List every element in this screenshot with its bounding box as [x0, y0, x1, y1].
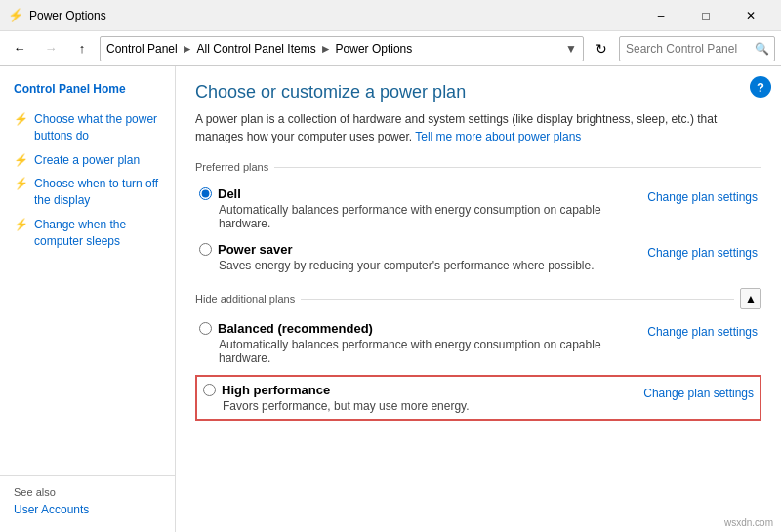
breadcrumb-sep-1: ►	[182, 42, 193, 56]
address-bar: ← → ↑ Control Panel ► All Control Panel …	[0, 31, 781, 66]
plan-label-high-performance[interactable]: High performance	[203, 383, 470, 397]
back-button[interactable]: ←	[6, 35, 33, 62]
radio-high-performance[interactable]	[203, 384, 216, 396]
refresh-button[interactable]: ↻	[588, 35, 615, 62]
search-icon: 🔍	[755, 42, 769, 56]
hide-plans-header: Hide additional plans ▲	[195, 288, 761, 309]
radio-dell[interactable]	[199, 187, 212, 200]
forward-button[interactable]: →	[37, 35, 64, 62]
plan-label-power-saver[interactable]: Power saver	[199, 242, 595, 257]
content-title: Choose or customize a power plan	[195, 82, 761, 102]
change-plan-power-saver[interactable]: Change plan settings	[647, 242, 758, 260]
maximize-button[interactable]: □	[683, 0, 728, 31]
change-plan-high-performance[interactable]: Change plan settings	[643, 383, 754, 400]
title-bar: ⚡ Power Options – □ ✕	[0, 0, 781, 31]
change-plan-balanced[interactable]: Change plan settings	[647, 321, 758, 339]
plan-label-dell[interactable]: Dell	[199, 186, 647, 201]
plan-desc-balanced: Automatically balances performance with …	[199, 338, 647, 365]
close-button[interactable]: ✕	[728, 0, 773, 31]
hide-divider	[301, 299, 734, 300]
power-icon-4: ⚡	[14, 217, 28, 233]
plan-left-power-saver: Power saver Saves energy by reducing you…	[199, 242, 595, 272]
sidebar-item-computer-sleeps[interactable]: ⚡ Change when the computer sleeps	[0, 213, 175, 254]
plan-left-dell: Dell Automatically balances performance …	[199, 186, 647, 230]
search-input[interactable]	[619, 36, 775, 61]
power-icon-2: ⚡	[14, 152, 28, 169]
window-controls: – □ ✕	[638, 0, 773, 31]
search-wrap: 🔍	[619, 36, 775, 61]
minimize-button[interactable]: –	[638, 0, 683, 31]
content-description: A power plan is a collection of hardware…	[195, 110, 761, 145]
breadcrumb-sep-2: ►	[320, 42, 332, 56]
power-icon-3: ⚡	[14, 176, 28, 192]
plan-left-balanced: Balanced (recommended) Automatically bal…	[199, 321, 647, 365]
sidebar-item-create-plan[interactable]: ⚡ Create a power plan	[0, 148, 175, 173]
main-layout: Control Panel Home ⚡ Choose what the pow…	[0, 66, 781, 532]
hide-plans-label: Hide additional plans	[195, 293, 295, 305]
plan-desc-dell: Automatically balances performance with …	[199, 203, 647, 230]
breadcrumb-power-options[interactable]: Power Options	[336, 42, 413, 56]
collapse-plans-button[interactable]: ▲	[740, 288, 761, 309]
plan-row-balanced: Balanced (recommended) Automatically bal…	[195, 315, 761, 371]
radio-balanced[interactable]	[199, 322, 212, 335]
power-icon-1: ⚡	[14, 111, 28, 128]
breadcrumb-control-panel[interactable]: Control Panel	[106, 42, 178, 56]
sidebar-home-link[interactable]: Control Panel Home	[0, 78, 175, 100]
breadcrumb-dropdown-icon[interactable]: ▼	[565, 42, 577, 56]
window-title: Power Options	[29, 9, 638, 22]
plan-left-high-performance: High performance Favors performance, but…	[203, 383, 470, 413]
content-area: ? Choose or customize a power plan A pow…	[176, 66, 781, 532]
plan-desc-high-performance: Favors performance, but may use more ene…	[203, 399, 470, 413]
user-accounts-link[interactable]: User Accounts	[14, 503, 89, 516]
sidebar-see-also: See also User Accounts	[0, 475, 175, 520]
address-path: Control Panel ► All Control Panel Items …	[100, 36, 584, 61]
sidebar: Control Panel Home ⚡ Choose what the pow…	[0, 66, 176, 532]
app-icon: ⚡	[8, 8, 23, 23]
preferred-plans-header: Preferred plans	[195, 161, 761, 173]
help-button[interactable]: ?	[750, 76, 771, 98]
up-button[interactable]: ↑	[68, 35, 96, 62]
tell-me-more-link[interactable]: Tell me more about power plans	[415, 130, 581, 143]
change-plan-dell[interactable]: Change plan settings	[647, 186, 758, 204]
sidebar-item-what-buttons[interactable]: ⚡ Choose what the power buttons do	[0, 107, 175, 148]
see-also-label: See also	[14, 486, 161, 498]
plan-row-power-saver: Power saver Saves energy by reducing you…	[195, 236, 761, 278]
sidebar-item-turn-off-display[interactable]: ⚡ Choose when to turn off the display	[0, 172, 175, 213]
plan-row-dell: Dell Automatically balances performance …	[195, 181, 761, 236]
breadcrumb-all-items[interactable]: All Control Panel Items	[197, 42, 316, 56]
plan-desc-power-saver: Saves energy by reducing your computer's…	[199, 259, 595, 272]
plan-row-high-performance: High performance Favors performance, but…	[195, 375, 761, 421]
plan-label-balanced[interactable]: Balanced (recommended)	[199, 321, 647, 336]
radio-power-saver[interactable]	[199, 243, 212, 256]
